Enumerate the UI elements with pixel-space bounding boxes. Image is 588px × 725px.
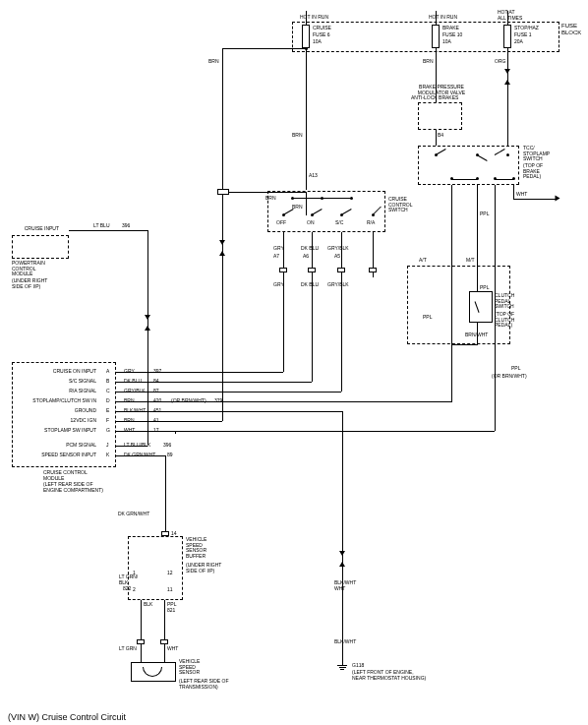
ppl-merge: PPL (511, 366, 520, 372)
pinF-lbl: 12VDC IGN (18, 418, 96, 424)
ltgrn-lbl2: LT GRN (119, 646, 137, 652)
fuse-cruise-rating: 10A (313, 39, 322, 45)
pinF-n: F (106, 418, 109, 424)
orn-lbl: ORG (495, 59, 505, 65)
bpmv-pin: B4 (438, 133, 443, 139)
dkblu-a6: DK BLU (301, 246, 319, 252)
pos-on: ON (307, 220, 315, 226)
dkgrnwht-lbl: DK GRN/WHT (118, 512, 149, 517)
gry-2: GRY (273, 282, 284, 288)
pcm-name: POWERTRAIN CONTROL MODULE (12, 261, 45, 277)
clutch-name: CLUTCH PEDAL SWITCH (495, 293, 514, 310)
or-brnwht: (OR BRN/WHT) (492, 374, 527, 380)
clutch-switch (469, 291, 493, 323)
pinB-n: B (106, 379, 109, 385)
ltblu-id: 396 (122, 223, 130, 229)
fuse-stop-box (503, 25, 511, 48)
pcm-cruise-input: CRUISE INPUT (10, 226, 59, 232)
vssb-2: 2 (133, 587, 136, 593)
gry-a7: GRY (273, 246, 284, 252)
bpmv-sub: ANTI-LOCK BRAKES (411, 95, 458, 101)
pinE-lbl: GROUND (18, 408, 96, 414)
fuse-stop-rating: 20A (514, 39, 523, 45)
fuse-cruise-desc: FUSE 6 (313, 32, 330, 38)
pinK-n: K (106, 453, 109, 458)
pinG-lbl: STOPLAMP SW INPUT (18, 428, 96, 434)
vss-name: VEHICLE SPEED SENSOR (179, 659, 200, 676)
hot-at-all-times: HOT AT ALL TIMES (498, 10, 522, 21)
tcc-stop-label: TCC/ STOPLAMP SWITCH (523, 146, 550, 162)
vss-loc: (LEFT REAR SIDE OF TRANSMISSION) (179, 679, 228, 690)
pinD-n: D (106, 398, 110, 404)
hot-in-run-1: HOT IN RUN (300, 15, 328, 21)
pinB-lbl: S/C SIGNAL (18, 379, 96, 385)
ccm-loc: (LEFT REAR SIDE OF ENGINE COMPARTMENT) (43, 482, 103, 493)
fuse-cruise-box (302, 25, 310, 48)
pinJ-lbl: PCM SIGNAL (18, 443, 96, 449)
vssb-box (128, 536, 183, 600)
ccm-name: CRUISE CONTROL MODULE (43, 470, 88, 481)
pinD-lbl: STOPLAMP/CLUTCH SW IN (4, 398, 96, 404)
ltgrn-id: 822 (123, 586, 131, 592)
pos-sc: S/C (335, 220, 343, 226)
ppl-at: PPL (423, 315, 432, 321)
vssb-12: 12 (167, 571, 173, 576)
dkblu-2: DK BLU (301, 282, 319, 288)
at-label: A/T (419, 258, 427, 264)
fuse-block-label: FUSE BLOCK (561, 23, 581, 35)
brnwht-mt: BRN/WHT (465, 332, 488, 338)
brn-lbl-brk: BRN (423, 59, 434, 65)
vssb-11: 11 (167, 587, 173, 593)
pinA-lbl: CRUISE ON INPUT (18, 369, 96, 375)
ltgrn-blk-lbl: LT GRN/ BLK (119, 574, 138, 585)
brn-lbl-1: BRN (292, 133, 303, 139)
fuse-brake-box (432, 25, 440, 48)
bpmv-box (418, 102, 462, 130)
fuse-stop-desc: FUSE 1 (514, 32, 532, 38)
pinG-n: G (106, 428, 110, 434)
pinJ-id: 396 (163, 443, 171, 449)
blkwht-lbl-3: BLK/WHT (334, 639, 341, 645)
splice-s221 (217, 189, 229, 195)
ppl-lbl-1: PPL (480, 211, 489, 217)
gryblk-a5: GRY/BLK (327, 246, 349, 252)
clutch-loc: (TOP OF CLUTCH PEDAL) (495, 312, 514, 329)
pinC-lbl: R/A SIGNAL (18, 389, 96, 394)
wire-blkwht-e (342, 411, 343, 665)
pinD-id2: (OR BRN/WHT) (171, 398, 206, 404)
fuse-cruise-name: CRUISE (313, 26, 331, 31)
pcm-loc: (UNDER RIGHT SIDE OF I/P) (12, 278, 47, 289)
g118-loc: (LEFT FRONT OF ENGINE, NEAR THERMOSTAT H… (352, 670, 426, 681)
fuse-stop-name: STOP/HAZ (514, 26, 539, 31)
gryblk-2: GRY/BLK (327, 282, 349, 288)
wht-lbl-0: WHT (516, 192, 527, 198)
wire-dkgrnwht (165, 455, 166, 534)
fuse-brake-rating: 10A (442, 39, 451, 45)
ltblu-lbl: LT BLU (93, 223, 110, 229)
ppl-id: 821 (167, 608, 175, 614)
pinC-n: C (106, 389, 110, 394)
ccsw-name: CRUISE CONTROL SWITCH (388, 197, 412, 213)
tcc-stop-loc: (TOP OF BRAKE PEDAL) (523, 163, 543, 180)
mt-label: M/T (466, 258, 475, 264)
pos-ra: R/A (367, 220, 375, 226)
wht-lbl2: WHT (167, 646, 178, 652)
pinE-n: E (106, 408, 109, 414)
a13-lbl: A13 (309, 173, 318, 179)
pinJ-n: J (106, 443, 109, 449)
pos-off: OFF (276, 220, 286, 226)
brn-lbl-4: BRN (208, 59, 219, 65)
vssb-loc: (UNDER RIGHT SIDE OF I/P) (186, 563, 221, 574)
blk-lbl: BLK (144, 602, 152, 608)
a6: A6 (303, 254, 309, 260)
fuse-brake-name: BRAKE (442, 26, 459, 31)
a7: A7 (273, 254, 279, 260)
blk-lbl-2: WHT (334, 586, 341, 592)
caption: (VIN W) Cruise Control Circuit (8, 713, 126, 723)
pinD-id3: 379 (214, 398, 222, 404)
wire-brn-cruise (306, 48, 307, 190)
fuse-brake-desc: FUSE 10 (442, 32, 462, 38)
pcm-box (12, 235, 69, 259)
vssb-name: VEHICLE SPEED SENSOR BUFFER (186, 537, 206, 559)
pinA-n: A (106, 369, 109, 375)
